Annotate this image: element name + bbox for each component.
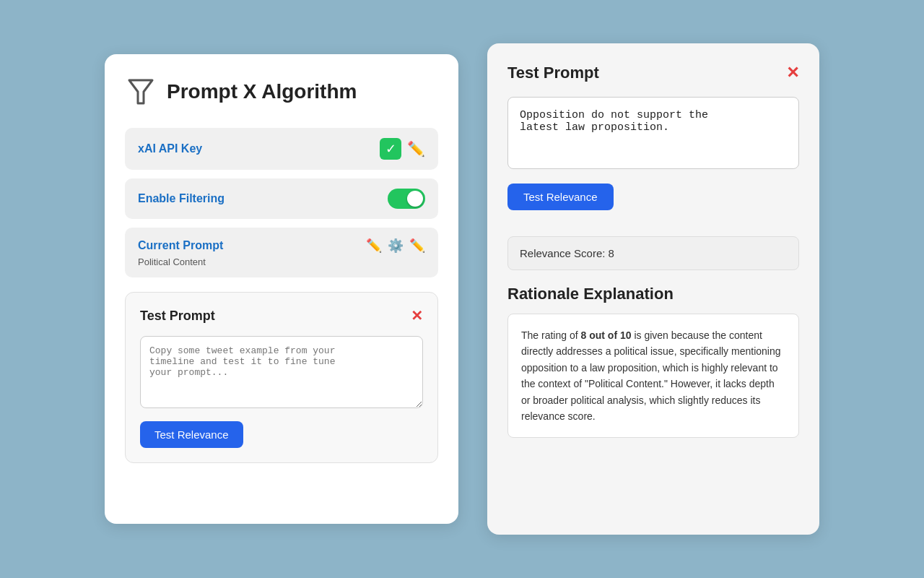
- rationale-bold: 8 out of 10: [581, 329, 632, 341]
- left-test-prompt-header: Test Prompt ✕: [140, 307, 423, 324]
- relevance-score-box: Relevance Score: 8: [507, 236, 799, 270]
- api-key-label: xAI API Key: [138, 142, 202, 155]
- api-key-row: xAI API Key ✓ ✏️: [125, 128, 438, 170]
- rationale-rest: is given because the content directly ad…: [521, 329, 781, 422]
- svg-marker-0: [129, 80, 152, 103]
- current-prompt-edit-yellow-icon[interactable]: ✏️: [409, 238, 425, 254]
- api-key-actions: ✓ ✏️: [380, 138, 425, 160]
- current-prompt-label: Current Prompt: [138, 239, 223, 252]
- right-panel: Test Prompt ✕ Test Relevance Relevance S…: [487, 43, 819, 535]
- right-panel-header: Test Prompt ✕: [507, 64, 799, 82]
- left-test-prompt-textarea[interactable]: [140, 336, 423, 408]
- current-prompt-top: Current Prompt ✏️ ⚙️ ✏️: [138, 238, 425, 254]
- right-test-relevance-button[interactable]: Test Relevance: [507, 184, 614, 210]
- left-test-prompt-close-icon[interactable]: ✕: [411, 307, 423, 324]
- left-panel: Prompt X Algorithm xAI API Key ✓ ✏️ Enab…: [105, 54, 458, 524]
- right-test-prompt-textarea[interactable]: [507, 97, 799, 169]
- api-key-checkbox[interactable]: ✓: [380, 138, 401, 160]
- rationale-title: Rationale Explanation: [507, 285, 799, 303]
- right-close-icon[interactable]: ✕: [786, 64, 799, 82]
- current-prompt-actions: ✏️ ⚙️ ✏️: [366, 238, 425, 254]
- left-test-prompt-section: Test Prompt ✕ Test Relevance: [125, 292, 438, 463]
- enable-filtering-label: Enable Filtering: [138, 192, 225, 205]
- current-prompt-subtitle: Political Content: [138, 256, 425, 267]
- filter-icon: [125, 76, 157, 108]
- rationale-box: The rating of 8 out of 10 is given becau…: [507, 314, 799, 438]
- panel-title: Prompt X Algorithm: [167, 80, 357, 103]
- left-test-relevance-button[interactable]: Test Relevance: [140, 421, 243, 448]
- left-test-prompt-title: Test Prompt: [140, 309, 215, 324]
- panel-header: Prompt X Algorithm: [125, 76, 438, 108]
- current-prompt-gear-icon[interactable]: ⚙️: [388, 238, 404, 254]
- current-prompt-row: Current Prompt ✏️ ⚙️ ✏️ Political Conten…: [125, 228, 438, 277]
- right-panel-title: Test Prompt: [507, 64, 599, 82]
- enable-filtering-toggle[interactable]: [388, 189, 425, 209]
- enable-filtering-actions: [388, 189, 425, 209]
- current-prompt-edit-green-icon[interactable]: ✏️: [366, 238, 382, 254]
- api-key-edit-icon[interactable]: ✏️: [407, 140, 425, 158]
- toggle-knob: [407, 191, 423, 207]
- rationale-intro: The rating of: [521, 329, 581, 341]
- enable-filtering-row: Enable Filtering: [125, 178, 438, 219]
